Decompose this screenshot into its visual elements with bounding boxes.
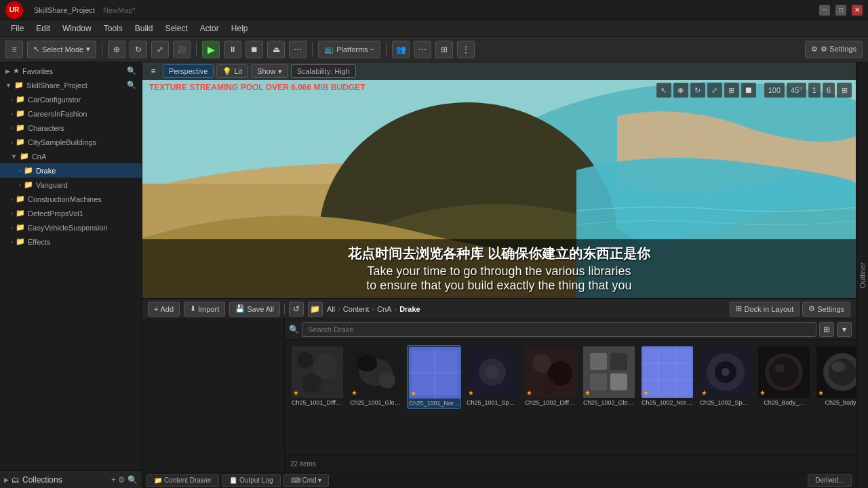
asset-item-9[interactable]: ★ Ch25_body1 [815, 345, 856, 407]
derived-tab[interactable]: Derived... [808, 474, 852, 487]
select-mode-button[interactable]: ↖ Select Mode ▾ [27, 41, 96, 58]
subtitle-overlay: 花点时间去浏览各种库 以确保你建立的东西正是你 Take your time t… [142, 239, 856, 298]
refresh-button[interactable]: ↺ [289, 302, 304, 317]
asset-item-1[interactable]: ★ Ch25_1001_Glossiness [349, 345, 403, 407]
scalability-button[interactable]: Scalability: High [291, 64, 356, 78]
maximize-button[interactable]: □ [835, 5, 846, 16]
menu-window[interactable]: Window [57, 22, 97, 35]
tree-CareersInFashion[interactable]: › 📁 CareersInFashion [0, 106, 142, 121]
save-all-button[interactable]: 💾 Save All [229, 302, 280, 317]
scale-tool-button-vp[interactable]: ⤢ [707, 83, 722, 98]
menu-tools[interactable]: Tools [98, 22, 128, 35]
output-log-icon: 📋 [229, 476, 237, 484]
collections-settings-icon[interactable]: ⚙ [118, 475, 125, 485]
menu-actor[interactable]: Actor [195, 22, 224, 35]
asset-item-2[interactable]: ★ Ch25_1001_Normal [407, 345, 461, 409]
add-button[interactable]: + Add [148, 302, 180, 317]
max-tool-button[interactable]: ⊞ [724, 83, 739, 98]
left-panel: ▶ ★ Favorites 🔍 ▼ 📁 SkillShare_Project 🔍… [0, 62, 142, 488]
platforms-button[interactable]: 📺 Platforms ~ [318, 41, 380, 58]
favorites-section[interactable]: ▶ ★ Favorites 🔍 [0, 64, 142, 78]
svg-rect-29 [610, 373, 627, 390]
search-bar: 🔍 ⊞ ▾ [285, 319, 856, 340]
output-log-tab[interactable]: 📋 Output Log [222, 474, 280, 487]
svg-point-39 [722, 368, 730, 376]
asset-name-9: Ch25_body1 [816, 399, 856, 406]
more-play-options[interactable]: ⋯ [289, 41, 307, 58]
asset-item-4[interactable]: ★ Ch25_1002_Diffuse [524, 345, 578, 407]
menu-file[interactable]: File [5, 22, 29, 35]
tree-CitySampleBuildings[interactable]: › 📁 CitySampleBuildings [0, 135, 142, 149]
tree-CarConfigurator[interactable]: › 📁 CarConfigurator [0, 92, 142, 106]
asset-item-0[interactable]: ★ Ch25_1001_Diffuse [290, 345, 344, 407]
asset-item-8[interactable]: ★ Ch25_Body_... [757, 345, 811, 407]
menu-build[interactable]: Build [130, 22, 159, 35]
asset-item-6[interactable]: ★ Ch25_1002_Normal [640, 345, 694, 407]
menu-toggle-button[interactable]: ≡ [5, 41, 23, 58]
breadcrumb-content[interactable]: Content [343, 305, 370, 313]
extra-button[interactable]: ⋮ [457, 41, 475, 58]
asset-item-7[interactable]: ★ Ch25_1002_Specular [698, 345, 753, 407]
tree-ConstructionMachines[interactable]: › 📁 ConstructionMachines [0, 192, 142, 206]
translate-tool-button[interactable]: ⊕ [108, 41, 125, 58]
asset-thumb-5: ★ [583, 346, 635, 398]
asset-name-5: Ch25_1002_Glossiness [583, 399, 635, 406]
viewport-menu-button[interactable]: ≡ [146, 64, 160, 78]
lit-button[interactable]: 💡 Lit [216, 64, 248, 78]
asset-item-5[interactable]: ★ Ch25_1002_Glossiness [582, 345, 636, 407]
camera-tool-button[interactable]: 🎥 [173, 41, 191, 58]
project-section[interactable]: ▼ 📁 SkillShare_Project 🔍 [0, 78, 142, 92]
project-search-icon[interactable]: 🔍 [127, 81, 136, 89]
menu-edit[interactable]: Edit [31, 22, 56, 35]
search-input[interactable] [302, 322, 816, 337]
play-button[interactable]: ▶ [202, 41, 220, 58]
settings-button[interactable]: ⚙ ⚙ Settings [805, 41, 863, 58]
collapse-button[interactable]: 📁 [308, 302, 323, 317]
favorites-label: Favorites [22, 67, 53, 75]
tree-Characters[interactable]: › 📁 Characters [0, 121, 142, 135]
tree-EasyVehicleSuspension[interactable]: › 📁 EasyVehicleSuspension [0, 220, 142, 235]
scale-tool-button[interactable]: ⤢ [151, 41, 169, 58]
breadcrumb-drake[interactable]: Drake [399, 305, 420, 313]
tree-Vanguard[interactable]: › 📁 Vanguard [0, 178, 142, 192]
select-tool-button[interactable]: ↖ [656, 83, 671, 98]
menu-select[interactable]: Select [159, 22, 193, 35]
camera-settings-button[interactable]: 🔲 [741, 83, 756, 98]
tree-CnA[interactable]: ▼ 📁 CnA [0, 149, 142, 163]
eject-button[interactable]: ⏏ [267, 41, 285, 58]
camera-speed-display: 1 [808, 83, 821, 98]
pause-button[interactable]: ⏸ [224, 41, 241, 58]
rotate-tool-button[interactable]: ↻ [130, 41, 147, 58]
collections-search-icon[interactable]: 🔍 [127, 475, 138, 485]
collections-section[interactable]: ▶ 🗂 Collections + ⚙ 🔍 [0, 470, 142, 488]
perspective-button[interactable]: Perspective [163, 64, 214, 78]
cb-right-buttons: ⊞ Dock in Layout ⚙ Settings [730, 302, 850, 317]
stop-button[interactable]: ⏹ [245, 41, 263, 58]
rotate-tool-button-vp[interactable]: ↻ [690, 83, 705, 98]
favorites-search-icon[interactable]: 🔍 [127, 66, 136, 75]
asset-item-3[interactable]: ★ Ch25_1001_Specular [465, 345, 519, 407]
tree-DefectPropsVol1[interactable]: › 📁 DefectPropsVol1 [0, 206, 142, 220]
filter-options-button[interactable]: ⊞ [819, 322, 834, 337]
breadcrumb-cna[interactable]: CnA [377, 305, 391, 313]
sort-button[interactable]: ▾ [837, 322, 852, 337]
translate-tool-button-vp[interactable]: ⊕ [673, 83, 688, 98]
add-collection-button[interactable]: + [111, 475, 116, 485]
layout-button[interactable]: ⊞ [435, 41, 453, 58]
show-button[interactable]: Show ▾ [251, 64, 288, 78]
breadcrumb-all[interactable]: All [327, 305, 335, 313]
minimize-button[interactable]: ─ [819, 5, 830, 16]
multiplayer-button[interactable]: 👥 [392, 41, 410, 58]
more-toolbar-button[interactable]: ⋯ [414, 41, 431, 58]
menu-help[interactable]: Help [226, 22, 254, 35]
grid-toggle-button[interactable]: ⊞ [837, 83, 852, 98]
import-button[interactable]: ⬇ Import [184, 302, 225, 317]
dock-in-layout-button[interactable]: ⊞ Dock in Layout [730, 302, 800, 317]
cmd-tab[interactable]: ⌨ Cmd ▾ [283, 474, 330, 487]
content-drawer-tab[interactable]: 📁 Content Drawer [146, 474, 219, 487]
viewport[interactable]: TEXTURE STREAMING POOL OVER 6.066 MiB BU… [142, 62, 856, 298]
tree-Effects[interactable]: › 📁 Effects [0, 235, 142, 249]
close-button[interactable]: ✕ [852, 5, 863, 16]
tree-Drake[interactable]: › 📁 Drake [0, 163, 142, 178]
cb-settings-button[interactable]: ⚙ Settings [802, 302, 850, 317]
